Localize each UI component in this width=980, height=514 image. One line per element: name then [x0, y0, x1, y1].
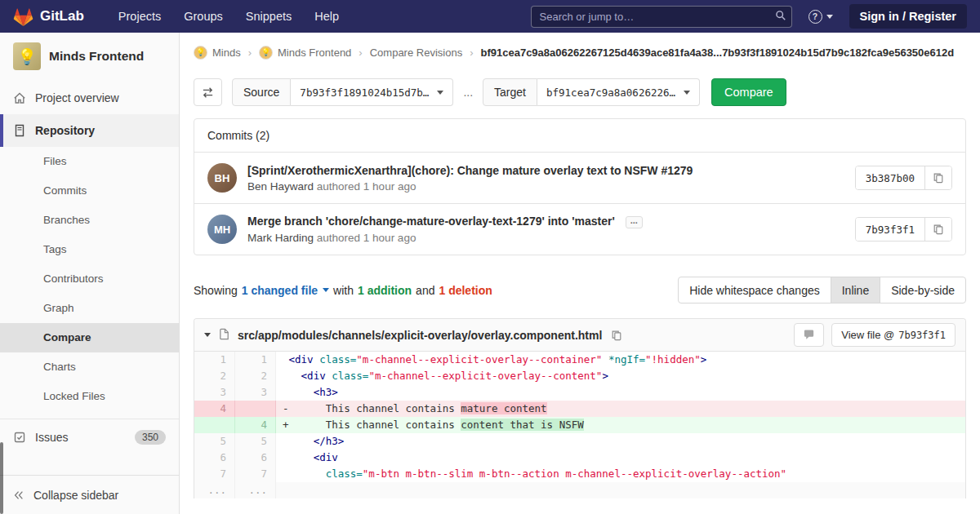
code-line: class="m-btn m-btn--slim m-btn--action m… — [276, 466, 965, 482]
old-line-number[interactable]: 7 — [194, 466, 235, 482]
sidebar-subitem-branches[interactable]: Branches — [0, 206, 179, 235]
commit-sha-link[interactable]: 7b93f3f1 — [856, 218, 924, 241]
collapse-sidebar-button[interactable]: Collapse sidebar — [0, 475, 179, 514]
old-line-number[interactable] — [194, 417, 235, 433]
sidebar-subitem-files[interactable]: Files — [0, 147, 179, 176]
new-line-number[interactable] — [235, 401, 276, 417]
old-line-number[interactable]: 3 — [194, 384, 235, 401]
diff-stats-row: Showing 1 changed file with 1 addition a… — [194, 277, 966, 304]
breadcrumb-compare-revisions[interactable]: Compare Revisions — [370, 47, 462, 59]
toggle-comments-button[interactable] — [794, 323, 824, 347]
copy-file-path-button[interactable] — [609, 328, 624, 343]
repository-submenu: Files Commits Branches Tags Contributors… — [0, 147, 179, 411]
help-dropdown[interactable]: ? — [808, 10, 833, 24]
nav-help[interactable]: Help — [314, 10, 339, 23]
old-line-number[interactable]: 2 — [194, 368, 235, 384]
brand-wordmark: GitLab — [40, 8, 84, 24]
nav-projects[interactable]: Projects — [118, 10, 161, 23]
sidebar-scrollbar[interactable] — [0, 442, 3, 514]
sign-in-button[interactable]: Sign in / Register — [849, 4, 967, 29]
sidebar-item-project-overview[interactable]: Project overview — [0, 82, 179, 114]
commit-author-link[interactable]: Mark Harding — [247, 232, 314, 244]
inline-view-button[interactable]: Inline — [831, 277, 880, 304]
collapse-diff-caret-icon[interactable] — [204, 333, 211, 337]
new-line-number[interactable]: 3 — [235, 384, 276, 401]
sidebar-subitem-tags[interactable]: Tags — [0, 235, 179, 264]
sidebar-subitem-graph[interactable]: Graph — [0, 294, 179, 323]
new-line-number[interactable]: 1 — [235, 352, 276, 368]
target-revision-dropdown[interactable]: bf91cea7c9a8a0626226… — [537, 78, 700, 106]
diff-file-panel: src/app/modules/channels/explicit-overla… — [194, 318, 966, 498]
commits-header: Commits (2) — [194, 119, 965, 153]
chevron-down-icon — [684, 91, 690, 95]
changed-files-dropdown[interactable]: 1 changed file — [242, 284, 329, 297]
double-chevron-left-icon — [13, 490, 24, 501]
new-line-number[interactable]: 7 — [235, 466, 276, 482]
commit-sha-link[interactable]: 3b387b00 — [856, 166, 924, 189]
comment-bubble-icon — [803, 329, 815, 341]
new-line-number[interactable]: ... — [235, 482, 276, 498]
swap-revisions-button[interactable] — [194, 78, 222, 106]
new-line-number[interactable]: 2 — [235, 368, 276, 384]
sidebar-item-issues[interactable]: Issues 350 — [0, 419, 179, 455]
nav-snippets[interactable]: Snippets — [246, 10, 292, 23]
old-line-number[interactable]: 4 — [194, 401, 235, 417]
tanuki-icon — [13, 7, 33, 27]
avatar: BH — [207, 163, 237, 193]
search-input[interactable] — [531, 6, 792, 28]
diff-line: 33 <h3> — [194, 384, 965, 401]
gitlab-logo[interactable]: GitLab — [13, 7, 84, 27]
breadcrumb-minds-frontend[interactable]: Minds Frontend — [278, 47, 351, 59]
commits-panel: Commits (2) BH [Sprint/XerothermicXenart… — [194, 118, 966, 255]
issues-icon — [13, 431, 26, 444]
commit-author-link[interactable]: Ben Hayward — [247, 180, 314, 193]
old-line-number[interactable]: 6 — [194, 450, 235, 466]
sidebar-subitem-compare[interactable]: Compare — [0, 323, 179, 352]
breadcrumb-separator: › — [359, 47, 362, 59]
code-line: </h3> — [276, 433, 965, 450]
project-avatar: 💡 — [13, 42, 41, 70]
chevron-down-icon — [826, 15, 833, 19]
sidebar-subitem-commits[interactable]: Commits — [0, 176, 179, 206]
old-line-number[interactable]: 5 — [194, 433, 235, 450]
commit-title-link[interactable]: [Sprint/XerothermicXenarthra](chore): Ch… — [247, 164, 693, 177]
commit-meta: Mark Harding authored 1 hour ago — [247, 232, 855, 244]
code-line — [276, 482, 965, 498]
diff-line: 11 <div class="m-channel--explicit-overl… — [194, 352, 965, 368]
search-icon[interactable] — [775, 10, 786, 24]
hide-whitespace-button[interactable]: Hide whitespace changes — [678, 277, 831, 304]
diff-line: ...... — [194, 482, 965, 498]
side-by-side-view-button[interactable]: Side-by-side — [880, 277, 966, 304]
sidebar-subitem-locked-files[interactable]: Locked Files — [0, 382, 179, 411]
compare-button[interactable]: Compare — [711, 78, 786, 106]
breadcrumb-minds[interactable]: Minds — [212, 47, 241, 59]
target-label: Target — [483, 78, 537, 106]
new-line-number[interactable]: 5 — [235, 433, 276, 450]
nav-groups[interactable]: Groups — [184, 10, 223, 23]
breadcrumb-separator: › — [248, 47, 252, 59]
diff-line: 77 class="m-btn m-btn--slim m-btn--actio… — [194, 466, 965, 482]
swap-icon — [202, 86, 214, 99]
sidebar-subitem-contributors[interactable]: Contributors — [0, 264, 179, 294]
diff-line: 55 </h3> — [194, 433, 965, 450]
code-line: <div — [276, 450, 965, 466]
view-file-button[interactable]: View file @ 7b93f3f1 — [831, 323, 956, 347]
breadcrumb: 💡 Minds › 💡 Minds Frontend › Compare Rev… — [180, 33, 980, 72]
copy-sha-button[interactable] — [924, 218, 951, 241]
file-path-link[interactable]: src/app/modules/channels/explicit-overla… — [238, 329, 602, 342]
source-revision-dropdown[interactable]: 7b93f3f1891024b15d7b… — [291, 78, 453, 106]
commit-message-expander-button[interactable]: ... — [626, 216, 643, 228]
sidebar-item-repository[interactable]: Repository — [0, 114, 179, 147]
repository-icon — [13, 124, 26, 137]
sidebar-subitem-charts[interactable]: Charts — [0, 352, 179, 382]
old-line-number[interactable]: ... — [194, 482, 235, 498]
project-context-header[interactable]: 💡 Minds Frontend — [0, 33, 179, 82]
breadcrumb-current-range: bf91cea7c9a8a06262267125d4639ace81fa4a38… — [480, 47, 954, 59]
new-line-number[interactable]: 4 — [235, 417, 276, 433]
copy-sha-button[interactable] — [924, 166, 951, 189]
new-line-number[interactable]: 6 — [235, 450, 276, 466]
diff-file-header: src/app/modules/channels/explicit-overla… — [194, 319, 965, 352]
commit-title-link[interactable]: Merge branch 'chore/change-mature-overla… — [247, 215, 615, 228]
old-line-number[interactable]: 1 — [194, 352, 235, 368]
commit-row: BH [Sprint/XerothermicXenarthra](chore):… — [194, 153, 965, 203]
